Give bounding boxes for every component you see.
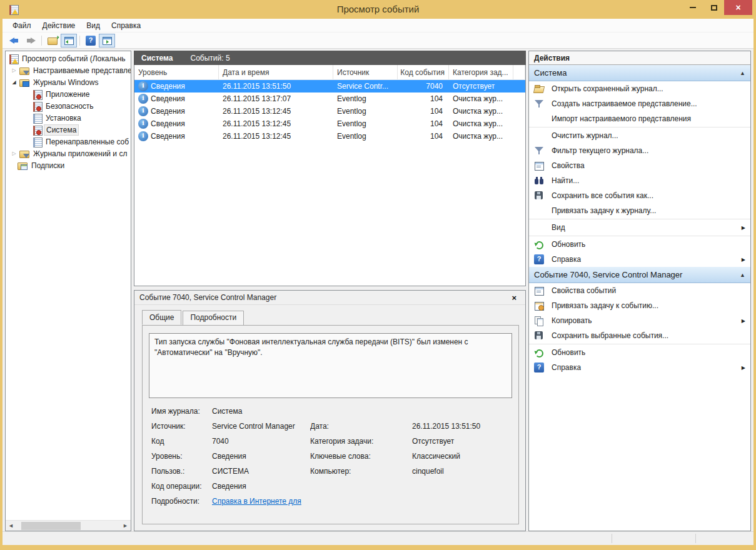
actions-separator <box>529 236 750 236</box>
minimize-icon <box>690 7 696 8</box>
info-icon <box>138 94 148 104</box>
action-label: Свойства событий <box>552 286 616 295</box>
toggle-action-pane-button[interactable] <box>99 34 115 48</box>
menu-view[interactable]: Вид <box>81 20 105 31</box>
field-value: Сведения <box>212 482 310 491</box>
tree-item-subscriptions[interactable]: Подписки <box>6 159 131 171</box>
actions-section-system[interactable]: Система ▲ <box>529 65 750 81</box>
export-log-button[interactable] <box>44 34 61 48</box>
event-id: 104 <box>398 107 449 116</box>
column-task-category[interactable]: Категория зад... <box>449 65 513 79</box>
tree-item-security[interactable]: Безопасность <box>6 100 131 112</box>
actions-separator <box>529 127 750 128</box>
app-frame: Файл Действие Вид Справка Просмотр событ… <box>3 19 753 545</box>
tab-details[interactable]: Подробности <box>183 311 244 326</box>
scroll-left-icon[interactable]: ◄ <box>6 522 16 529</box>
field-value: Классический <box>412 452 512 461</box>
action-find[interactable]: Найти... <box>529 173 750 188</box>
field-label: Дата: <box>310 422 412 431</box>
action-label: Найти... <box>552 176 579 185</box>
minimize-button[interactable] <box>683 0 702 15</box>
menu-file[interactable]: Файл <box>8 20 36 31</box>
field-label: Категория задачи: <box>310 437 412 446</box>
tree-item-forwarded-events[interactable]: Перенаправленные соб <box>6 136 131 148</box>
action-help[interactable]: Справка ▶ <box>529 252 750 267</box>
event-level: Сведения <box>151 107 185 116</box>
scroll-right-icon[interactable]: ► <box>120 522 131 529</box>
action-event-properties[interactable]: Свойства событий <box>529 283 750 298</box>
tree-horizontal-scrollbar[interactable]: ◄ ► <box>6 520 131 531</box>
action-save-all-events[interactable]: Сохранить все события как... <box>529 188 750 203</box>
preview-title: Событие 7040, Service Control Manager <box>139 293 508 302</box>
tree-item-custom-views[interactable]: Настраиваемые представле <box>6 64 131 76</box>
action-label: Свойства <box>552 161 585 170</box>
action-clear-log[interactable]: Очистить журнал... <box>529 128 750 143</box>
menu-action[interactable]: Действие <box>38 20 81 31</box>
event-row[interactable]: Сведения 26.11.2015 13:51:50 Service Con… <box>134 80 525 92</box>
menu-help[interactable]: Справка <box>106 20 146 31</box>
actions-header: Действия <box>529 51 750 65</box>
tree-item-setup[interactable]: Установка <box>6 112 131 124</box>
tab-general[interactable]: Общие <box>142 310 181 325</box>
content-area: Просмотр событий (Локальнь Настраиваемые… <box>3 49 753 531</box>
maximize-button[interactable] <box>705 0 723 15</box>
action-save-selected-events[interactable]: Сохранить выбранные события... <box>529 328 750 343</box>
tree-item-app-services-logs[interactable]: Журналы приложений и сл <box>6 148 131 159</box>
action-refresh[interactable]: Обновить <box>529 237 750 252</box>
event-row[interactable]: Сведения 26.11.2015 13:12:45 Eventlog 10… <box>134 130 525 142</box>
action-properties[interactable]: Свойства <box>529 158 750 173</box>
help-button[interactable] <box>83 34 99 48</box>
event-row[interactable]: Сведения 26.11.2015 13:12:45 Eventlog 10… <box>134 105 525 118</box>
tree-item-windows-logs[interactable]: Журналы Windows <box>6 76 131 88</box>
list-header: Уровень Дата и время Источник Код событи… <box>134 65 525 80</box>
action-label: Копировать <box>552 316 592 325</box>
column-level[interactable]: Уровень <box>134 65 219 79</box>
action-view[interactable]: Вид ▶ <box>529 220 750 235</box>
action-event-refresh[interactable]: Обновить <box>529 345 750 360</box>
event-row[interactable]: Сведения 26.11.2015 13:12:45 Eventlog 10… <box>134 118 525 130</box>
event-count: Событий: 5 <box>191 54 230 62</box>
event-row[interactable]: Сведения 26.11.2015 13:17:07 Eventlog 10… <box>134 92 525 105</box>
action-open-saved-log[interactable]: Открыть сохраненный журнал... <box>529 81 750 96</box>
save-icon <box>534 191 544 201</box>
action-create-custom-view[interactable]: Создать настраиваемое представление... <box>529 96 750 111</box>
expander-expanded-icon[interactable] <box>11 79 18 85</box>
tree-item-application[interactable]: Приложение <box>6 88 131 100</box>
preview-close-icon[interactable]: × <box>508 293 520 302</box>
toggle-console-tree-button[interactable] <box>61 34 77 48</box>
event-source: Eventlog <box>333 119 398 128</box>
scrollbar-thumb[interactable] <box>21 522 81 530</box>
action-attach-task-to-event[interactable]: Привязать задачу к событию... <box>529 298 750 313</box>
event-source: Eventlog <box>333 94 398 103</box>
status-separator <box>695 534 696 543</box>
action-label: Фильтр текущего журнала... <box>552 146 648 155</box>
online-help-link[interactable]: Справка в Интернете для <box>212 497 301 506</box>
actions-separator <box>529 344 750 344</box>
collapse-icon[interactable]: ▲ <box>740 272 745 278</box>
log-icon <box>32 137 42 147</box>
tree-item-root[interactable]: Просмотр событий (Локальнь <box>6 52 131 64</box>
back-button[interactable] <box>6 34 23 48</box>
expander-collapsed-icon[interactable] <box>11 68 18 73</box>
action-filter-current-log[interactable]: Фильтр текущего журнала... <box>529 143 750 158</box>
action-attach-task-to-log[interactable]: Привязать задачу к журналу... <box>529 203 750 218</box>
action-import-custom-view[interactable]: Импорт настраиваемого представления <box>529 111 750 126</box>
forward-button[interactable] <box>23 34 39 48</box>
collapse-icon[interactable]: ▲ <box>740 70 745 76</box>
action-event-help[interactable]: Справка ▶ <box>529 360 750 375</box>
expander-collapsed-icon[interactable] <box>11 151 18 156</box>
event-description[interactable]: Тип запуска службы "Фоновая интеллектуал… <box>149 333 512 398</box>
field-label: Код операции: <box>151 482 212 491</box>
log-icon <box>32 125 42 135</box>
action-copy[interactable]: Копировать ▶ <box>529 313 750 328</box>
column-datetime[interactable]: Дата и время <box>219 65 333 79</box>
close-button[interactable]: × <box>724 0 752 15</box>
tree-item-system[interactable]: Система <box>6 124 131 136</box>
tab-page-general: Тип запуска службы "Фоновая интеллектуал… <box>142 325 519 524</box>
event-datetime: 26.11.2015 13:17:07 <box>219 94 333 103</box>
event-datetime: 26.11.2015 13:12:45 <box>219 107 333 116</box>
column-event-id[interactable]: Код события <box>398 65 449 79</box>
event-level: Сведения <box>151 82 185 91</box>
actions-section-event[interactable]: Событие 7040, Service Control Manager ▲ <box>529 267 750 283</box>
column-source[interactable]: Источник <box>333 65 398 79</box>
